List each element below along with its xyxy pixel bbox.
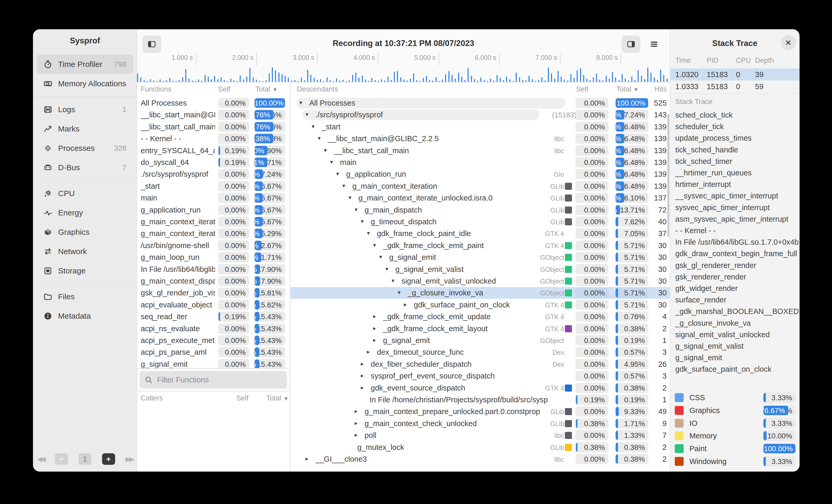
sidebar-item-graphics[interactable]: Graphics (36, 222, 133, 242)
tree-row[interactable]: ▾_gdk_frame_clock_emit_paintGTK 40.00%5.… (290, 240, 670, 251)
function-row[interactable]: g_main_context_iterate_unlocked.isra.00.… (137, 228, 290, 240)
tree-row[interactable]: ▾__libc_start_main@GLIBC_2.2.5libc0.00%2… (290, 133, 670, 145)
collapse-icon[interactable]: ▾ (385, 265, 388, 272)
sidebar-item-time-profiler[interactable]: Time Profiler798 (36, 55, 133, 74)
function-row[interactable]: entry_SYSCALL_64_after_hwframe0.19%0.19%… (137, 145, 290, 157)
collapse-icon[interactable]: ▾ (306, 111, 309, 118)
function-row[interactable]: gsk_gl_render_job_visit_node0.00%15.81%1… (137, 287, 290, 299)
function-row[interactable]: acpi_ps_execute_method0.00%15.43%15.43% (137, 335, 290, 346)
descendants-self-header[interactable]: Self (576, 85, 589, 93)
cpu-column-header[interactable]: CPU (736, 56, 751, 64)
tree-row[interactable]: ▸g_main_context_check_unlockedGLib0.38%0… (290, 418, 670, 429)
sidebar-item-logs[interactable]: Logs1 (36, 100, 133, 119)
tree-row[interactable]: g_mutex_lockGLib0.38%0.38%0.38%0.38%2 (290, 442, 670, 453)
collapse-icon[interactable]: ▾ (324, 147, 327, 154)
function-row[interactable]: _start0.00%26.67%26.67% (137, 180, 290, 192)
collapse-icon[interactable]: ▾ (380, 254, 382, 260)
zoom-in-button[interactable]: + (102, 453, 115, 465)
self-column-header[interactable]: Self (218, 85, 244, 93)
total-column-header[interactable]: Total ▼ (255, 85, 278, 93)
close-button[interactable] (781, 35, 796, 50)
function-row[interactable]: do_syscall_640.19%0.19%41.71%41.71% (137, 157, 290, 168)
history-back-button[interactable]: ◀◀ (37, 455, 45, 463)
pid-column-header[interactable]: PID (707, 56, 719, 64)
sidebar-item-processes[interactable]: Processes326 (36, 139, 133, 158)
sidebar-item-energy[interactable]: Energy (36, 203, 133, 222)
tree-row[interactable]: ▸sysprof_perf_event_source_dispatch0.00%… (290, 370, 670, 382)
tree-row[interactable]: ▾__libc_start_call_mainlibc0.00%26.48%26… (290, 145, 670, 157)
expand-icon[interactable]: ▸ (367, 348, 370, 355)
sidebar-item-memory-allocations[interactable]: Memory Allocations (36, 74, 133, 93)
tree-row[interactable]: ▸g_main_context_prepare_unlocked.part.0.… (290, 406, 670, 418)
function-row[interactable]: __libc_start_main@GLIBC_2.2.50.00%60.76%… (137, 109, 290, 121)
collapse-icon[interactable]: ▾ (318, 135, 321, 142)
menu-button[interactable] (645, 35, 664, 53)
sidebar-item-network[interactable]: Network (36, 242, 133, 261)
collapse-icon[interactable]: ▾ (342, 183, 345, 189)
tree-row[interactable]: ▾main0.00%26.48%26.48%139 (290, 157, 670, 168)
collapse-icon[interactable]: ▾ (361, 218, 364, 225)
sidebar-item-storage[interactable]: Storage (36, 261, 133, 280)
function-row[interactable]: acpi_ns_evaluate0.00%15.43%15.43% (137, 323, 290, 335)
function-row[interactable]: acpi_ps_parse_aml0.00%15.43%15.43% (137, 346, 290, 358)
expand-icon[interactable]: ▸ (361, 384, 364, 391)
collapse-icon[interactable]: ▾ (367, 230, 370, 236)
collapse-icon[interactable]: ▾ (348, 194, 352, 201)
descendants-column-header[interactable]: Descendants (297, 85, 338, 93)
sidebar-item-d-bus[interactable]: D-Bus7 (36, 158, 133, 177)
descendants-total-header[interactable]: Total ▼ (617, 85, 639, 93)
sample-row[interactable]: 1.033315183059 (670, 81, 800, 92)
history-forward-button[interactable]: ▶▶ (126, 455, 133, 463)
sidebar-item-files[interactable]: Files (36, 287, 133, 306)
tree-row[interactable]: ▾g_signal_emitGObject0.00%5.71%5.71%30 (290, 251, 670, 263)
tree-row[interactable]: ▾g_timeout_dispatchGLib0.00%7.62%7.62%40 (290, 216, 670, 228)
tree-row[interactable]: ▾signal_emit_valist_unlockedGObject0.00%… (290, 275, 670, 287)
sample-row[interactable]: 1.032015183039 (670, 68, 800, 81)
function-row[interactable]: g_main_context_dispatch0.00%17.90%17.90% (137, 275, 290, 287)
function-row[interactable]: - - Kernel - -0.00%60.38%60.38% (137, 133, 290, 145)
tree-row[interactable]: ▸polllibc0.00%1.33%1.33%7 (290, 429, 670, 441)
collapse-icon[interactable]: ▾ (398, 289, 400, 296)
expand-icon[interactable]: ▸ (355, 408, 358, 415)
tree-row[interactable]: ▸dex_timeout_source_funcDex0.00%0.57%0.5… (290, 346, 670, 358)
expand-icon[interactable]: ▸ (404, 301, 407, 308)
tree-row[interactable]: ▾g_main_context_iterate_unlocked.isra.0G… (290, 192, 670, 204)
function-row[interactable]: main0.00%26.67%26.67% (137, 192, 290, 204)
descendants-hits-header[interactable]: Hits (649, 85, 667, 93)
collapse-icon[interactable]: ▾ (299, 99, 302, 106)
expand-icon[interactable]: ▸ (355, 420, 358, 427)
tree-row[interactable]: ▾g_main_context_iterationGLib0.00%26.48%… (290, 180, 670, 192)
function-row[interactable]: g_main_loop_run0.00%21.71%21.71% (137, 251, 290, 263)
time-column-header[interactable]: Time (675, 56, 691, 64)
tree-row[interactable]: ▾gdk_frame_clock_paint_idleGTK 40.00%7.0… (290, 228, 670, 240)
callers-self-header[interactable]: Self (236, 394, 249, 402)
expand-icon[interactable]: ▸ (373, 337, 376, 343)
collapse-icon[interactable]: ▾ (336, 170, 339, 177)
filter-functions-input[interactable] (156, 375, 287, 385)
scrollbar[interactable] (668, 114, 669, 237)
function-row[interactable]: All Processes0.00%100.00%100.00% (137, 97, 290, 109)
tree-row[interactable]: ▾./src/sysprof/sysprof(15183)0.00%27.24%… (290, 109, 670, 121)
tree-row[interactable]: ▾g_main_dispatchGLib0.00%13.71%13.71%72 (290, 204, 670, 216)
sidebar-item-marks[interactable]: Marks (36, 119, 133, 139)
expand-icon[interactable]: ▸ (361, 372, 364, 379)
tree-row[interactable]: ▾All Processes0.00%100.00%100.00%525 (290, 97, 670, 109)
callers-total-header[interactable]: Total ▼ (266, 394, 289, 402)
function-row[interactable]: seq_read_iter0.19%0.19%15.43%15.43% (137, 311, 290, 323)
expand-icon[interactable]: ▸ (373, 313, 376, 320)
sidebar-item-cpu[interactable]: CPU (36, 184, 133, 203)
function-row[interactable]: /usr/bin/gnome-shell0.00%22.67%22.67% (137, 240, 290, 251)
tree-row[interactable]: In File /home/christian/Projects/sysprof… (290, 394, 670, 406)
tree-row[interactable]: ▸__GI___clone3libc0.00%0.38%0.38%2 (290, 453, 670, 465)
functions-column-header[interactable]: Functions (141, 85, 172, 93)
tree-row[interactable]: ▸gdk_event_source_dispatchGTK 40.00%0.38… (290, 382, 670, 394)
callers-column-header[interactable]: Callers (141, 394, 163, 402)
filter-functions-box[interactable] (140, 371, 287, 388)
collapse-icon[interactable]: ▾ (392, 277, 394, 284)
expand-icon[interactable]: ▸ (306, 455, 309, 462)
depth-column-header[interactable]: Depth (755, 56, 774, 64)
collapse-icon[interactable]: ▾ (355, 206, 358, 213)
tree-row[interactable]: ▾_start0.00%26.48%26.48%139 (290, 121, 670, 133)
tree-row[interactable]: ▾_g_closure_invoke_vaGObject0.00%5.71%5.… (290, 287, 670, 299)
tree-row[interactable]: ▸g_signal_emitGObject0.00%0.19%0.19%1 (290, 335, 670, 346)
